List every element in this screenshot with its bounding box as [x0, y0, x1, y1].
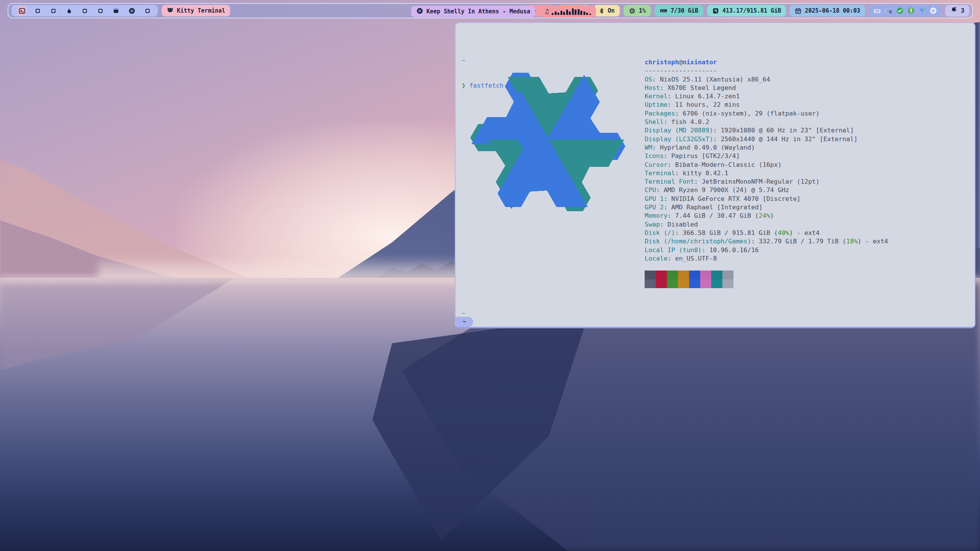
visualizer-bar [572, 8, 574, 15]
visualizer-bar [578, 9, 580, 15]
palette-swatch [656, 271, 667, 279]
visualizer-bar [569, 11, 571, 15]
visualizer-bar [552, 13, 554, 15]
visualizer-bar [566, 10, 568, 15]
status-cpu-value: 1% [639, 7, 646, 14]
visualizer-bar [586, 13, 588, 15]
palette-swatch [722, 279, 733, 288]
fastfetch-line: WM: Hyprland 0.49.0 (Wayland) [645, 143, 888, 152]
terminal-tab-active[interactable]: ~ [456, 317, 473, 327]
palette-swatch [689, 279, 700, 288]
status-module-disk[interactable]: 413.17/915.81 GiB [707, 5, 786, 16]
workspace-4-flame[interactable] [64, 6, 74, 15]
system-tray [869, 5, 941, 16]
fastfetch-line: Memory: 7.44 GiB / 30.47 GiB (24%) [645, 212, 888, 220]
status-module-clock[interactable]: 2025-06-18 00:03 [790, 5, 865, 16]
visualizer-bar [560, 11, 562, 15]
visualizer-bar [575, 10, 577, 15]
vpn-shield-icon[interactable] [918, 7, 926, 15]
cpu-icon [629, 7, 636, 15]
status-module-cpu[interactable]: 1% [624, 5, 651, 16]
visualizer-bar [583, 11, 585, 15]
spotify-tray-icon[interactable] [929, 7, 937, 15]
empty-workspace-icon [36, 9, 40, 13]
workspace-cluster [11, 5, 158, 16]
cat-icon [167, 7, 174, 15]
fastfetch-line: Terminal Font: JetBrainsMonoNFM-Regular … [645, 178, 888, 186]
fastfetch-line: Disk (/): 366.58 GiB / 915.81 GiB (40%) … [645, 229, 888, 237]
workspace-7-window[interactable] [111, 6, 121, 15]
audio-visualizer-module[interactable]: ♫ [540, 6, 596, 17]
palette-swatch [645, 279, 656, 288]
fastfetch-line: Icons: Papirus [GTK2/3/4] [645, 152, 888, 160]
visualizer-bar [580, 11, 582, 15]
workspace-9-square[interactable] [143, 6, 152, 15]
status-module-memory[interactable]: 7/30 GiB [655, 5, 703, 16]
palette-swatch [700, 279, 711, 288]
screen-lock-icon[interactable] [885, 7, 893, 15]
workspace-3-square[interactable] [49, 6, 58, 15]
key-icon[interactable] [907, 7, 915, 15]
kitty-terminal-window[interactable]: ~ ❯ fastfetch christoph@nixinator-------… [455, 22, 975, 328]
fastfetch-output: christoph@nixinator-------------------OS… [645, 58, 888, 263]
palette-swatch [711, 279, 722, 288]
empty-workspace-icon [83, 9, 87, 13]
spotify-icon [416, 7, 423, 16]
fastfetch-line: Uptime: 11 hours, 22 mins [645, 101, 888, 109]
fastfetch-line: CPU: AMD Ryzen 9 7900X (24) @ 5.74 GHz [645, 186, 888, 194]
notifications-module[interactable]: 3 [945, 5, 969, 16]
hdd-icon [712, 7, 719, 15]
palette-swatch [667, 271, 678, 279]
fastfetch-line: Shell: fish 4.0.2 [645, 118, 888, 126]
palette-swatch [656, 279, 667, 288]
fastfetch-line: christoph@nixinator [645, 58, 888, 67]
fastfetch-line: Terminal: kitty 0.42.1 [645, 169, 888, 178]
status-module-bluetooth[interactable]: On [593, 5, 620, 16]
calendar-icon [795, 7, 802, 15]
empty-workspace-icon [51, 9, 56, 13]
fastfetch-line: GPU 2: AMD Raphael [Integrated] [645, 203, 888, 212]
palette-swatch [667, 279, 678, 288]
prompt-path: ~ [462, 310, 466, 317]
palette-swatch [645, 271, 656, 279]
fastfetch-line: Cursor: Bibata-Modern-Classic (16px) [645, 161, 888, 169]
terminal-color-palette [645, 271, 733, 288]
active-window-title[interactable]: Kitty Terminal [162, 5, 230, 16]
fastfetch-line: Display (LC32G5xT): 980x551 @ 144 Hz i… [645, 135, 888, 143]
visualizer-bar [589, 14, 591, 15]
workspace-5-square[interactable] [80, 6, 89, 15]
fastfetch-line: Disk (/home/christoph/Games): 332.79 GiB… [645, 237, 888, 246]
bluetooth-icon [598, 7, 605, 15]
visualizer-bar [557, 13, 559, 15]
empty-workspace-icon [98, 9, 103, 13]
visualizer-bar [555, 11, 557, 15]
top-bar: Kitty Terminal Keep Shelly In Athens - M… [8, 3, 973, 18]
nixos-logo [463, 57, 632, 227]
workspace-6-square[interactable] [96, 6, 105, 15]
desktop: { "theme": { "bar_bg": "rgba(138,153,210… [0, 0, 980, 551]
empty-workspace-icon [145, 9, 150, 13]
fastfetch-line: Host: X670E Steel Legend [645, 84, 888, 92]
media-player-module[interactable]: Keep Shelly In Athens - Medusa [411, 6, 535, 17]
workspace-8-spotify[interactable] [127, 6, 136, 15]
fastfetch-line: Packages: 6706 (nix-system), 29 (flatpak… [645, 109, 888, 118]
visualizer-bar [563, 12, 565, 15]
fastfetch-line: Swap: Disabled [645, 220, 888, 229]
palette-swatch [678, 279, 689, 288]
visualizer-bars [552, 8, 591, 15]
palette-swatch [711, 271, 722, 279]
now-playing-label: Keep Shelly In Athens - Medusa [426, 8, 530, 15]
palette-swatch [700, 271, 711, 279]
palette-swatch [678, 271, 689, 279]
status-clock-value: 2025-06-18 00:03 [805, 7, 860, 14]
fastfetch-line: OS: NixOS 25.11 (Xantusia) x86_64 [645, 75, 888, 84]
notification-count: 3 [961, 7, 964, 14]
palette-swatch [689, 271, 700, 279]
workspace-2-square[interactable] [33, 6, 42, 15]
check-circle-icon[interactable] [896, 7, 904, 15]
keyboard-icon[interactable] [873, 7, 881, 15]
status-bluetooth-value: On [608, 7, 615, 14]
workspace-1-terminal-active[interactable] [17, 6, 26, 15]
fastfetch-line: ------------------- [645, 67, 888, 75]
fastfetch-line: GPU 1: NVIDIA GeForce RTX 4070 [Discrete… [645, 195, 888, 203]
